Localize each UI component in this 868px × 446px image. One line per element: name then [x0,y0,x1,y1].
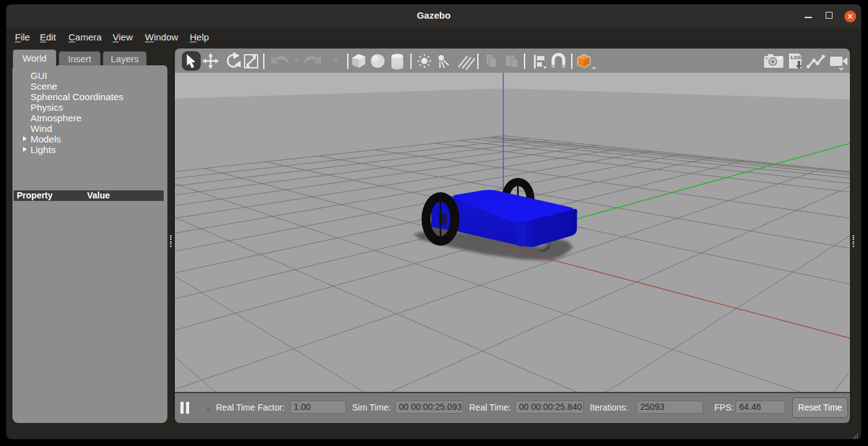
svg-text:LOG: LOG [791,55,801,60]
